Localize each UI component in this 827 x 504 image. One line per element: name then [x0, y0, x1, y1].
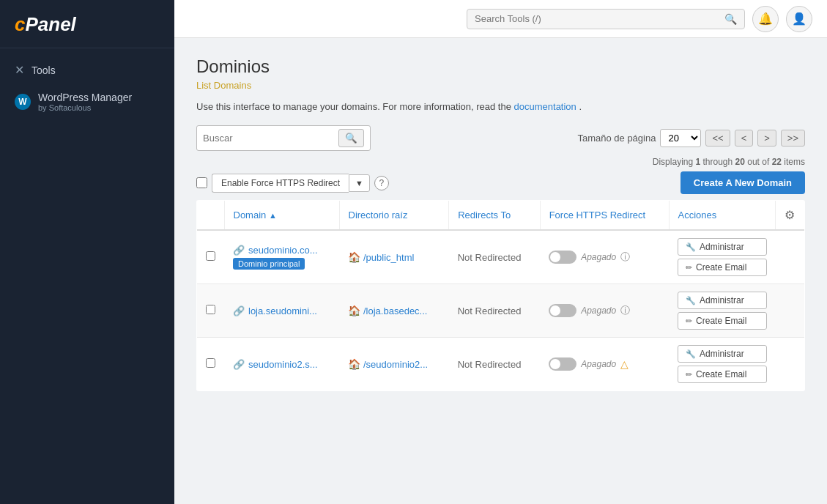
- action-bar: Enable Force HTTPS Redirect ▼ ? Create A…: [196, 171, 805, 194]
- row2-info-icon[interactable]: ⓘ: [620, 304, 630, 317]
- search-input[interactable]: [475, 13, 719, 24]
- table-row: 🔗 loja.seudomini... 🏠 /loja.basedec... N…: [197, 284, 805, 338]
- page-size-select[interactable]: 10 20 50 100: [660, 129, 701, 147]
- row1-info-icon[interactable]: ⓘ: [620, 251, 630, 264]
- sidebar: cPanel ✕ Tools W WordPress Manager by So…: [0, 0, 174, 504]
- row2-actions-cell: 🔧 Administrar ✏ Create Email: [669, 284, 775, 338]
- th-domain-label: Domain: [234, 210, 269, 220]
- sidebar-item-wordpress[interactable]: W WordPress Manager by Softaculous: [0, 84, 174, 119]
- wrench-icon: 🔧: [686, 296, 696, 305]
- row3-domain-link[interactable]: 🔗 seudominio2.s...: [233, 359, 330, 370]
- row3-create-email-button[interactable]: ✏ Create Email: [678, 366, 766, 383]
- row2-directory-cell: 🏠 /loja.basedec...: [339, 284, 449, 338]
- https-dropdown-button[interactable]: ▼: [349, 174, 370, 192]
- wordpress-icon: W: [15, 94, 31, 110]
- row3-domain-cell: 🔗 seudominio2.s...: [224, 338, 339, 391]
- row1-create-email-button[interactable]: ✏ Create Email: [678, 259, 766, 276]
- pencil-icon: ✏: [686, 263, 692, 273]
- row2-toggle[interactable]: [549, 304, 576, 317]
- nav-next-button[interactable]: >: [757, 130, 776, 147]
- row3-directory-link[interactable]: 🏠 /seudominio2...: [348, 358, 440, 370]
- table-row: 🔗 seudominio.co... Dominio principal 🏠 /…: [197, 230, 805, 284]
- row3-toggle-label: Apagado: [581, 359, 616, 369]
- row2-directory-link[interactable]: 🏠 /loja.basedec...: [348, 305, 440, 316]
- domain-search-input[interactable]: [203, 133, 335, 144]
- row1-directory-link[interactable]: 🏠 /public_html: [348, 251, 440, 263]
- row2-redirects-text: Not Redirected: [458, 305, 522, 316]
- row1-domain-link[interactable]: 🔗 seudominio.co...: [233, 245, 330, 256]
- wrench-icon: 🔧: [686, 242, 696, 252]
- row2-checkbox[interactable]: [206, 305, 215, 314]
- documentation-link[interactable]: documentation: [514, 101, 576, 112]
- table-body: 🔗 seudominio.co... Dominio principal 🏠 /…: [197, 230, 805, 391]
- row1-toggle[interactable]: [549, 251, 576, 264]
- search-bar[interactable]: 🔍: [467, 9, 745, 29]
- row1-administrar-label: Administrar: [700, 242, 744, 252]
- select-all-checkbox[interactable]: [196, 177, 207, 188]
- bell-icon: 🔔: [758, 12, 773, 26]
- enable-https-button[interactable]: Enable Force HTTPS Redirect: [212, 174, 349, 193]
- display-suffix: items: [784, 157, 805, 167]
- help-icon-button[interactable]: ?: [374, 176, 389, 190]
- sidebar-item-tools[interactable]: ✕ Tools: [0, 56, 174, 84]
- th-force-https: Force HTTPS Redirect: [540, 201, 669, 231]
- row3-administrar-button[interactable]: 🔧 Administrar: [678, 345, 766, 363]
- search-icon[interactable]: 🔍: [724, 13, 737, 25]
- row1-checkbox[interactable]: [206, 251, 215, 261]
- row1-actions-cell: 🔧 Administrar ✏ Create Email: [669, 230, 775, 284]
- domain-search-field[interactable]: 🔍: [196, 125, 371, 151]
- user-icon: 👤: [792, 12, 806, 26]
- notifications-button[interactable]: 🔔: [752, 6, 779, 32]
- home-icon: 🏠: [348, 251, 360, 263]
- row2-create-email-button[interactable]: ✏ Create Email: [678, 312, 766, 330]
- row3-checkbox[interactable]: [206, 358, 215, 368]
- row1-administrar-button[interactable]: 🔧 Administrar: [678, 238, 766, 256]
- external-link-icon: 🔗: [233, 359, 245, 370]
- gear-icon[interactable]: ⚙: [785, 209, 795, 221]
- row1-directory-text: /public_html: [363, 252, 414, 263]
- row1-domain-cell: 🔗 seudominio.co... Dominio principal: [224, 230, 339, 284]
- wordpress-main-label: WordPress Manager: [38, 92, 132, 103]
- row2-domain-link[interactable]: 🔗 loja.seudomini...: [233, 305, 330, 316]
- create-domain-button[interactable]: Create A New Domain: [680, 171, 805, 194]
- row2-redirects-cell: Not Redirected: [449, 284, 540, 338]
- row3-redirects-text: Not Redirected: [458, 359, 522, 370]
- page-title: Dominios: [196, 56, 805, 77]
- sort-arrow-icon: ▲: [269, 211, 277, 220]
- th-redirects: Redirects To: [449, 201, 540, 231]
- row1-toggle-label: Apagado: [581, 252, 616, 262]
- wrench-icon: 🔧: [686, 349, 696, 359]
- home-icon: 🏠: [348, 305, 360, 316]
- nav-first-button[interactable]: <<: [705, 130, 730, 147]
- th-checkbox: [197, 201, 225, 231]
- row3-toggle[interactable]: [549, 357, 576, 371]
- row3-gear-cell: [776, 338, 805, 391]
- th-force-https-label: Force HTTPS Redirect: [549, 210, 645, 220]
- row1-domain-text: seudominio.co...: [248, 245, 318, 256]
- sidebar-logo: cPanel: [0, 0, 174, 48]
- row3-warn-icon[interactable]: △: [620, 358, 628, 370]
- row2-administrar-button[interactable]: 🔧 Administrar: [678, 292, 766, 309]
- row1-directory-cell: 🏠 /public_html: [339, 230, 449, 284]
- row1-toggle-cell: Apagado ⓘ: [540, 230, 669, 284]
- user-button[interactable]: 👤: [786, 6, 812, 32]
- table-header-row: Domain ▲ Directorio raíz Redirects To Fo…: [197, 201, 805, 231]
- external-link-icon: 🔗: [233, 245, 245, 256]
- nav-last-button[interactable]: >>: [781, 130, 805, 147]
- nav-prev-button[interactable]: <: [735, 130, 754, 147]
- home-icon: 🏠: [348, 358, 360, 370]
- page-size-label: Tamaño de página: [577, 133, 656, 144]
- header: 🔍 🔔 👤: [174, 0, 827, 38]
- breadcrumb[interactable]: List Domains: [196, 80, 251, 91]
- row2-toggle-label: Apagado: [581, 305, 616, 316]
- domain-table: Domain ▲ Directorio raíz Redirects To Fo…: [196, 200, 805, 391]
- th-acciones-label: Acciones: [678, 210, 717, 220]
- domain-search-button[interactable]: 🔍: [338, 129, 364, 147]
- th-gear[interactable]: ⚙: [776, 201, 805, 231]
- content: Dominios List Domains Use this interface…: [174, 38, 827, 504]
- row3-domain-text: seudominio2.s...: [248, 359, 318, 370]
- row3-toggle-cell: Apagado △: [540, 338, 669, 391]
- th-redirects-label: Redirects To: [458, 210, 511, 220]
- th-domain[interactable]: Domain ▲: [224, 201, 339, 231]
- row3-create-email-label: Create Email: [696, 369, 746, 379]
